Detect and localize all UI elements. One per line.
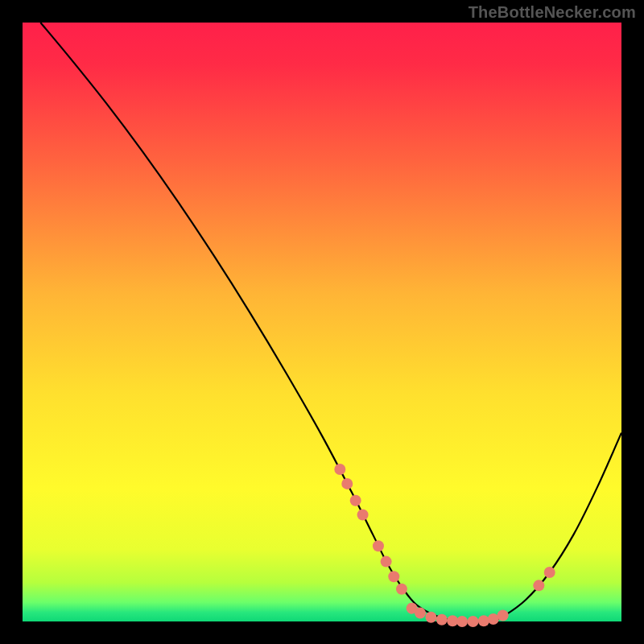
data-point [396,584,407,595]
data-point [436,614,448,625]
watermark: TheBottleNecker.com [469,3,636,22]
data-point [467,616,478,627]
chart-container: TheBottleNecker.com [0,0,644,644]
data-point [341,478,353,489]
data-point [357,510,369,521]
data-point [488,613,499,625]
bottleneck-chart [0,0,644,644]
data-point [478,615,489,626]
data-point [497,610,509,621]
data-point [447,615,458,626]
data-point [415,608,426,619]
data-point [381,556,392,568]
data-point [350,495,361,506]
data-point [425,612,436,623]
data-point [388,571,399,582]
data-point [456,616,468,627]
data-point [533,580,544,591]
data-point [334,464,345,475]
data-point [373,540,384,551]
data-point [544,567,555,578]
